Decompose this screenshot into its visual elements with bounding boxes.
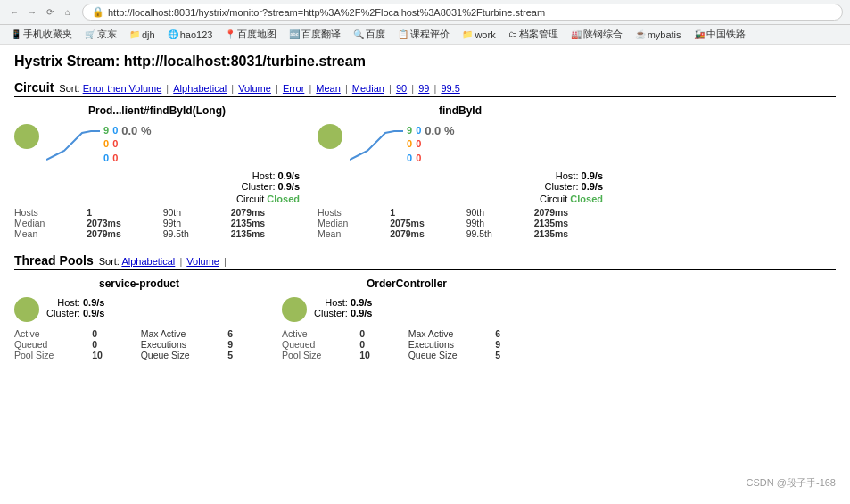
bookmark-hao123[interactable]: 🌐 hao123 xyxy=(164,29,217,41)
thread-sort-links[interactable]: Alphabetical | Volume | xyxy=(121,256,228,267)
address-bar[interactable]: 🔒 http://localhost:8031/hystrix/monitor?… xyxy=(82,4,843,21)
circuit-card-1-num-success: 9 xyxy=(103,124,109,137)
jd-icon: 🛒 xyxy=(85,29,95,39)
browser-chrome: ← → ⟳ ⌂ 🔒 http://localhost:8031/hystrix/… xyxy=(0,0,850,25)
thread-card-2-cluster: Cluster: 0.9/s xyxy=(314,308,372,318)
thread-sort-label: Sort: Alphabetical | Volume | xyxy=(99,256,228,267)
train-icon: 🚂 xyxy=(694,29,705,39)
circuit-card-2-host: Host: 0.9/s xyxy=(318,170,603,181)
thread-card-2-inner: Host: 0.9/s Cluster: 0.9/s xyxy=(282,293,532,326)
secure-icon: 🔒 xyxy=(92,6,104,18)
circuit-card-2-num-success: 9 xyxy=(407,124,412,137)
bookmark-djh[interactable]: 📁 djh xyxy=(126,29,159,41)
page-title: Hystrix Stream: http://localhost:8031/tu… xyxy=(14,54,836,70)
work-icon: 📁 xyxy=(462,29,473,39)
circuit-card-1-host: Host: 0.9/s xyxy=(14,170,300,181)
folder-icon-1: 📁 xyxy=(129,29,140,39)
sort-mean[interactable]: Mean xyxy=(316,83,341,94)
circuit-card-2-status: Circuit Closed xyxy=(318,194,603,204)
forward-button[interactable]: → xyxy=(25,5,39,20)
page-content: Hystrix Stream: http://localhost:8031/tu… xyxy=(0,45,850,369)
thread-label: Thread Pools xyxy=(14,253,94,268)
bookmark-work[interactable]: 📁 work xyxy=(458,29,499,41)
circuit-card-2-percent: 0.0 % xyxy=(425,124,454,137)
sort-error-volume[interactable]: Error then Volume xyxy=(83,83,162,94)
sort-995[interactable]: 99.5 xyxy=(441,83,459,94)
sort-alphabetical[interactable]: Alphabetical xyxy=(173,83,227,94)
bookmark-baidu[interactable]: 🔍 百度 xyxy=(350,27,389,42)
thread-card-1-metrics: Active 0 Max Active 6 Queued 0 Execution… xyxy=(14,328,264,360)
mybatis-icon: ☕ xyxy=(635,29,646,39)
baidu-icon: 🔍 xyxy=(353,29,364,39)
thread-card-1-inner: Host: 0.9/s Cluster: 0.9/s xyxy=(14,293,264,326)
circuit-card-1-metrics: Hosts 1 90th 2079ms Median 2073ms 99th 2… xyxy=(14,207,300,239)
circuit-card-1-num-timeout: 0 xyxy=(103,137,109,151)
circuit-card-1-cluster: Cluster: 0.9/s xyxy=(14,181,300,192)
circuit-section-header: Circuit Sort: Error then Volume | Alphab… xyxy=(14,80,836,97)
hao123-icon: 🌐 xyxy=(168,29,178,39)
bookmark-mybatis[interactable]: ☕ mybatis xyxy=(631,29,685,41)
circuit-card-2-chart xyxy=(350,124,403,164)
thread-card-1-title: service-product xyxy=(14,277,264,290)
circuit-card-2-inner: 9 0 0 0 0 0 0.0 % xyxy=(318,120,603,169)
circuit-card-1-num-error: 0 xyxy=(112,152,118,165)
home-button[interactable]: ⌂ xyxy=(61,5,75,20)
thread-cards-container: service-product Host: 0.9/s Cluster: 0.9… xyxy=(14,277,836,360)
circuit-card-2-nums: 9 0 0 0 0 0 xyxy=(407,124,421,165)
reload-button[interactable]: ⟳ xyxy=(43,5,57,20)
sort-volume[interactable]: Volume xyxy=(238,83,271,94)
circuit-card-1-status: Circuit Closed xyxy=(14,194,300,204)
circuit-card-1-num-short: 0 xyxy=(112,124,118,137)
bookmark-rail[interactable]: 🚂 中国铁路 xyxy=(690,27,749,42)
circuit-card-1: Prod...lient#findById(Long) 9 0 0 0 0 0 xyxy=(14,104,300,239)
bookmarks-bar: 📱 手机收藏夹 🛒 京东 📁 djh 🌐 hao123 📍 百度地图 🔤 百度翻… xyxy=(0,25,850,45)
circuit-card-1-chart xyxy=(46,124,100,164)
thread-card-1: service-product Host: 0.9/s Cluster: 0.9… xyxy=(14,277,264,360)
circuit-card-1-nums: 9 0 0 0 0 0 xyxy=(103,124,118,165)
circuit-card-1-num-fallback: 0 xyxy=(103,152,109,165)
circuit-card-1-inner: 9 0 0 0 0 0 0.0 % xyxy=(14,120,300,169)
circuit-sort-links[interactable]: Error then Volume | Alphabetical | Volum… xyxy=(83,83,460,94)
sort-median[interactable]: Median xyxy=(352,83,384,94)
browser-controls: ← → ⟳ ⌂ xyxy=(7,5,75,20)
thread-card-2-host: Host: 0.9/s xyxy=(314,297,372,308)
circuit-sort-label: Sort: Error then Volume | Alphabetical |… xyxy=(59,83,459,94)
translate-icon: 🔤 xyxy=(289,29,300,39)
circuit-label: Circuit xyxy=(14,80,54,95)
circuit-card-2-metrics: Hosts 1 90th 2079ms Median 2075ms 99th 2… xyxy=(318,207,603,239)
circuit-card-1-percent: 0.0 % xyxy=(121,124,151,137)
bookmark-baidumaps[interactable]: 📍 百度地图 xyxy=(221,27,280,42)
thread-sort-alphabetical[interactable]: Alphabetical xyxy=(121,256,175,267)
circuit-card-2-num-short: 0 xyxy=(416,124,421,137)
thread-card-1-host: Host: 0.9/s xyxy=(46,297,104,308)
factory-icon: 🏭 xyxy=(571,29,582,39)
thread-card-2-title: OrderController xyxy=(282,277,532,290)
circuit-cards-container: Prod...lient#findById(Long) 9 0 0 0 0 0 xyxy=(14,104,836,239)
circuit-card-2-num-timeout: 0 xyxy=(407,137,412,151)
sort-error[interactable]: Error xyxy=(283,83,304,94)
sort-99[interactable]: 99 xyxy=(418,83,429,94)
map-icon: 📍 xyxy=(225,29,235,39)
url-text: http://localhost:8031/hystrix/monitor?st… xyxy=(108,7,545,18)
circuit-card-2-cluster: Cluster: 0.9/s xyxy=(318,181,603,192)
thread-card-2-metrics: Active 0 Max Active 6 Queued 0 Execution… xyxy=(282,328,532,360)
circuit-card-1-status-circle xyxy=(14,124,39,149)
thread-sort-volume[interactable]: Volume xyxy=(186,256,219,267)
bookmark-jd[interactable]: 🛒 京东 xyxy=(81,27,120,42)
mobile-icon: 📱 xyxy=(11,29,21,39)
thread-section-header: Thread Pools Sort: Alphabetical | Volume… xyxy=(14,253,836,270)
bookmark-mobile[interactable]: 📱 手机收藏夹 xyxy=(7,27,76,42)
circuit-card-2-num-rejected: 0 xyxy=(416,137,421,151)
bookmark-baidutranslate[interactable]: 🔤 百度翻译 xyxy=(285,27,344,42)
bookmark-course[interactable]: 📋 课程评价 xyxy=(394,27,453,42)
thread-card-2-circle xyxy=(282,297,307,322)
circuit-card-2-num-fallback: 0 xyxy=(407,152,412,165)
thread-card-1-circle xyxy=(14,297,39,322)
bookmark-archives[interactable]: 🗂 档案管理 xyxy=(505,27,562,42)
back-button[interactable]: ← xyxy=(7,5,21,20)
circuit-card-1-num-rejected: 0 xyxy=(112,137,118,151)
circuit-card-1-title: Prod...lient#findById(Long) xyxy=(14,104,300,117)
thread-card-2: OrderController Host: 0.9/s Cluster: 0.9… xyxy=(282,277,532,360)
bookmark-shangangzh[interactable]: 🏭 陕钢综合 xyxy=(567,27,626,42)
sort-90[interactable]: 90 xyxy=(396,83,407,94)
